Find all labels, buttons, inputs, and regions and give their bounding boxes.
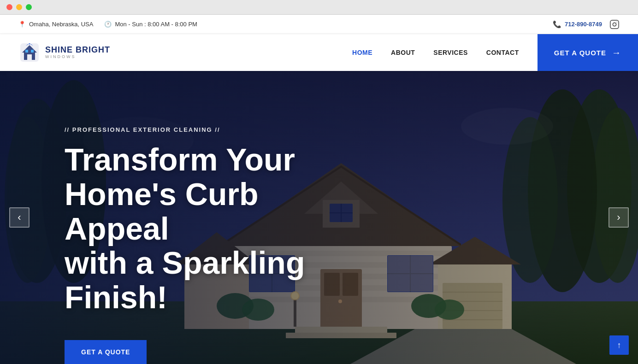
scroll-to-top-button[interactable]: ↑ (609, 335, 629, 355)
hero-cta-button[interactable]: GET A QUOTE (65, 340, 147, 364)
svg-point-1 (613, 23, 616, 26)
location-text: Omaha, Nebraska, USA (29, 21, 93, 28)
get-quote-label: GET A QUOTE (554, 49, 606, 57)
location-item: 📍 Omaha, Nebraska, USA (18, 21, 93, 28)
hero-title-line4: Finish! (65, 280, 167, 315)
quote-arrow-icon: → (612, 47, 621, 58)
svg-rect-5 (25, 50, 28, 53)
nav-contact[interactable]: CONTACT (486, 49, 519, 56)
hours-item: 🕐 Mon - Sun : 8:00 AM - 8:00 PM (104, 21, 197, 28)
hero-tag: // PROFESSIONAL EXTERIOR CLEANING // (65, 126, 638, 133)
clock-icon: 🕐 (104, 21, 112, 28)
prev-arrow-icon: ‹ (18, 211, 21, 223)
logo[interactable]: SHiNE BRiGHT WINDOWS (18, 41, 110, 64)
window-chrome (0, 0, 638, 15)
svg-rect-4 (27, 54, 32, 60)
hours-text: Mon - Sun : 8:00 AM - 8:00 PM (115, 21, 197, 28)
hero-content: // PROFESSIONAL EXTERIOR CLEANING // Tra… (0, 71, 638, 315)
main-nav: SHiNE BRiGHT WINDOWS HOME ABOUT SERVICES… (0, 34, 638, 71)
carousel-next-button[interactable]: › (608, 207, 629, 228)
get-quote-button[interactable]: GET A QUOTE → (538, 34, 638, 71)
hero-cta-bar: GET A QUOTE (65, 340, 147, 364)
logo-text: SHiNE BRiGHT WINDOWS (45, 46, 110, 59)
scroll-up-icon: ↑ (617, 341, 621, 350)
top-bar-right: 📞 712-890-8749 (553, 19, 620, 29)
top-bar-left: 📍 Omaha, Nebraska, USA 🕐 Mon - Sun : 8:0… (18, 21, 553, 28)
phone-icon: 📞 (553, 20, 561, 29)
hero-title: Transform Your Home's Curb Appeal with a… (65, 142, 350, 315)
hero-section: // PROFESSIONAL EXTERIOR CLEANING // Tra… (0, 71, 638, 364)
svg-rect-6 (31, 50, 34, 53)
maximize-dot[interactable] (26, 4, 32, 10)
nav-services[interactable]: SERVICES (433, 49, 468, 56)
logo-icon (18, 41, 41, 64)
logo-main-text: SHiNE BRiGHT (45, 46, 110, 55)
location-icon: 📍 (18, 21, 26, 28)
instagram-icon[interactable] (609, 19, 620, 29)
minimize-dot[interactable] (16, 4, 22, 10)
phone-link[interactable]: 📞 712-890-8749 (553, 20, 602, 29)
carousel-prev-button[interactable]: ‹ (9, 207, 30, 228)
close-dot[interactable] (6, 4, 12, 10)
next-arrow-icon: › (617, 211, 620, 223)
top-info-bar: 📍 Omaha, Nebraska, USA 🕐 Mon - Sun : 8:0… (0, 15, 638, 34)
hero-cta-label: GET A QUOTE (81, 348, 130, 356)
svg-rect-0 (610, 20, 619, 28)
nav-links: HOME ABOUT SERVICES CONTACT (352, 49, 538, 56)
phone-number: 712-890-8749 (565, 21, 602, 28)
svg-point-2 (616, 22, 617, 22)
hero-title-line3: with a Sparkling (65, 245, 305, 280)
hero-title-line1: Transform Your (65, 142, 295, 177)
nav-home[interactable]: HOME (352, 49, 372, 56)
nav-about[interactable]: ABOUT (391, 49, 415, 56)
logo-sub-text: WINDOWS (45, 55, 110, 59)
hero-title-line2: Home's Curb Appeal (65, 176, 258, 246)
